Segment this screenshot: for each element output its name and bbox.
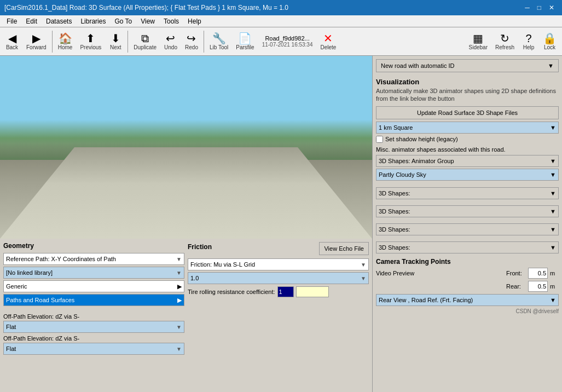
redo-button[interactable]: ↪ Redo	[182, 32, 201, 51]
toolbar: ◀ Back ▶ Forward 🏠 Home ⬆ Previous ⬇ Nex…	[0, 27, 562, 56]
shapes-3d-3-label: 3D Shapes:	[379, 226, 410, 233]
next-icon: ⬇	[111, 33, 120, 44]
parsfile-icon: 📄	[238, 33, 252, 44]
shapes-3d-3-dropdown[interactable]: 3D Shapes: ▼	[376, 223, 559, 235]
friction-column: Friction View Echo File Friction: Mu via…	[188, 242, 369, 356]
menu-bar: File Edit Datasets Libraries Go To View …	[0, 15, 562, 27]
friction-arrow: ▼	[361, 262, 366, 268]
visualization-title: Visualization	[376, 78, 559, 86]
libtool-label: Lib Tool	[210, 44, 228, 50]
refresh-button[interactable]: ↻ Refresh	[492, 32, 518, 51]
shapes-3d-4-arrow: ▼	[550, 244, 556, 251]
delete-icon: ✕	[323, 33, 333, 44]
redo-icon: ↪	[187, 33, 196, 44]
home-button[interactable]: 🏠 Home	[55, 32, 76, 51]
undo-button[interactable]: ↩ Undo	[161, 32, 181, 51]
friction-value-dropdown[interactable]: 1.0 ▼	[188, 272, 369, 284]
sidebar-button[interactable]: ▦ Sidebar	[466, 32, 491, 51]
lock-button[interactable]: 🔒 Lock	[540, 32, 560, 51]
rear-view-dropdown[interactable]: Rear View , Road Ref. (Frt. Facing) ▼	[376, 294, 559, 306]
window-controls: ─ □ ✕	[522, 3, 558, 13]
off-path-2-arrow: ▼	[176, 346, 182, 352]
new-road-button[interactable]: New road with automatic ID ▼	[376, 59, 559, 72]
delete-label: Delete	[321, 44, 337, 50]
front-camera-row: Video Preview Front: m	[376, 268, 559, 279]
home-label: Home	[58, 44, 73, 50]
paths-road-surfaces-dropdown[interactable]: Paths and Road Surfaces ▶	[3, 294, 184, 306]
maximize-button[interactable]: □	[534, 3, 544, 13]
minimize-button[interactable]: ─	[522, 3, 533, 13]
forward-icon: ▶	[32, 33, 40, 44]
menu-tools[interactable]: Tools	[159, 16, 183, 26]
menu-libraries[interactable]: Libraries	[76, 16, 110, 26]
update-road-button[interactable]: Update Road Surface 3D Shape Files	[376, 106, 559, 119]
shapes-3d-1-dropdown[interactable]: 3D Shapes: ▼	[376, 187, 559, 199]
front-value-input[interactable]	[528, 268, 548, 279]
previous-button[interactable]: ⬆ Previous	[77, 32, 105, 51]
previous-label: Previous	[80, 44, 101, 50]
new-road-row: New road with automatic ID ▼	[376, 59, 559, 72]
forward-button[interactable]: ▶ Forward	[23, 32, 50, 51]
file-name: Road_f9dd982...	[265, 35, 309, 42]
shadow-checkbox[interactable]	[376, 136, 383, 143]
linked-lib-dropdown[interactable]: [No linked library] ▼	[3, 267, 184, 279]
parsfile-button[interactable]: 📄 Parsfile	[233, 32, 257, 51]
linked-lib-arrow: ▼	[176, 270, 182, 276]
tire-resistance-dark-input[interactable]	[277, 286, 294, 297]
menu-edit[interactable]: Edit	[21, 16, 42, 26]
help-button[interactable]: ? Help	[519, 32, 538, 51]
shapes-3d-4-dropdown[interactable]: 3D Shapes: ▼	[376, 241, 559, 253]
animator-group-label: 3D Shapes: Animator Group	[379, 158, 454, 164]
rear-value-input[interactable]	[528, 281, 548, 292]
shapes-3d-2-dropdown[interactable]: 3D Shapes: ▼	[376, 205, 559, 217]
misc-label: Misc. animator shapes associated with th…	[376, 146, 559, 153]
km-square-dropdown[interactable]: 1 km Square ▼	[376, 122, 559, 134]
libtool-icon: 🔧	[212, 33, 226, 44]
paths-road-surfaces-arrow: ▶	[177, 297, 182, 304]
linked-lib-row: [No linked library] ▼	[3, 267, 184, 279]
ref-path-dropdown[interactable]: Reference Path: X-Y Coordinates of Path …	[3, 253, 184, 265]
redo-label: Redo	[185, 44, 198, 50]
rear-view-arrow: ▼	[550, 297, 556, 303]
camera-section: Camera Tracking Points Video Preview Fro…	[376, 258, 559, 306]
menu-view[interactable]: View	[136, 16, 159, 26]
menu-datasets[interactable]: Datasets	[42, 16, 76, 26]
back-icon: ◀	[8, 33, 16, 44]
view-echo-button[interactable]: View Echo File	[319, 242, 369, 255]
shapes-3d-2-label: 3D Shapes:	[379, 208, 410, 215]
partly-cloudy-arrow: ▼	[550, 171, 556, 178]
tire-resistance-light-input[interactable]	[296, 286, 329, 297]
animator-group-dropdown[interactable]: 3D Shapes: Animator Group ▼	[376, 155, 559, 167]
front-unit: m	[550, 270, 559, 276]
linked-lib-label: [No linked library]	[6, 269, 53, 276]
menu-goto[interactable]: Go To	[110, 16, 136, 26]
menu-help[interactable]: Help	[183, 16, 206, 26]
shapes-3d-2-arrow: ▼	[550, 208, 556, 215]
off-path-1-dropdown[interactable]: Flat ▼	[3, 321, 184, 333]
back-button[interactable]: ◀ Back	[2, 32, 22, 51]
libtool-button[interactable]: 🔧 Lib Tool	[206, 32, 231, 51]
partly-cloudy-dropdown[interactable]: Partly Cloudy Sky ▼	[376, 169, 559, 181]
friction-dropdown[interactable]: Friction: Mu via S-L Grid ▼	[188, 258, 369, 270]
visualization-desc: Automatically make 3D animator shapes us…	[376, 87, 559, 103]
duplicate-button[interactable]: ⧉ Duplicate	[130, 32, 160, 51]
close-button[interactable]: ✕	[546, 3, 558, 13]
off-path-2-dropdown[interactable]: Flat ▼	[3, 343, 184, 355]
off-path-2-label: Off-Path Elevation: dZ via S-	[3, 335, 184, 342]
off-path-1-row: Flat ▼	[3, 321, 184, 333]
generic-dropdown[interactable]: Generic ▶	[3, 280, 184, 292]
camera-title: Camera Tracking Points	[376, 258, 559, 266]
tire-resistance-label: Tire rolling resistance coefficient:	[188, 289, 275, 295]
ref-path-row: Reference Path: X-Y Coordinates of Path …	[3, 253, 184, 265]
new-road-arrow: ▼	[548, 62, 554, 69]
geometry-friction-columns: Geometry Reference Path: X-Y Coordinates…	[3, 242, 369, 356]
geometry-header: Geometry	[3, 242, 184, 250]
next-button[interactable]: ⬇ Next	[106, 32, 125, 51]
geometry-column: Geometry Reference Path: X-Y Coordinates…	[3, 242, 184, 356]
menu-file[interactable]: File	[2, 16, 21, 26]
off-path-1-value: Flat	[6, 324, 16, 330]
delete-button[interactable]: ✕ Delete	[317, 32, 340, 51]
duplicate-icon: ⧉	[141, 33, 149, 44]
km-square-label: 1 km Square	[379, 124, 413, 131]
help-label: Help	[523, 44, 535, 50]
